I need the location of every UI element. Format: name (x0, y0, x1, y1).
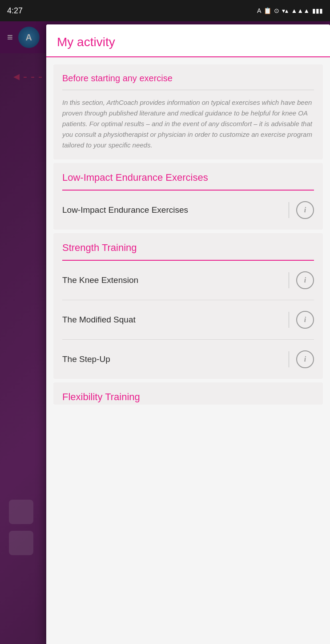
exercise-name-knee-extension: The Knee Extension (62, 275, 282, 285)
info-icon-step-up: i (304, 355, 306, 363)
intro-heading: Before starting any exercise (62, 73, 314, 90)
circle-icon: ⊙ (274, 7, 279, 14)
info-icon-knee-extension: i (304, 276, 306, 284)
category-strength: Strength Training The Knee Extension i T… (53, 233, 323, 379)
category-strength-title: Strength Training (62, 242, 314, 261)
status-time: 4:27 (7, 6, 23, 16)
modal-panel: My activity Before starting any exercise… (46, 24, 330, 644)
intro-description: In this section, ArthCoach provides info… (62, 97, 314, 151)
exercise-divider-2 (289, 272, 289, 288)
exercise-item-step-up[interactable]: The Step-Up i (62, 340, 314, 379)
exercise-item-modified-squat[interactable]: The Modified Squat i (62, 300, 314, 340)
notification-icon: A (257, 7, 261, 14)
exercise-name-modified-squat: The Modified Squat (62, 315, 282, 325)
info-button-modified-squat[interactable]: i (296, 311, 314, 329)
exercise-item-knee-extension[interactable]: The Knee Extension i (62, 261, 314, 300)
exercise-item-low-impact[interactable]: Low-Impact Endurance Exercises i (62, 191, 314, 230)
info-icon-modified-squat: i (304, 316, 306, 324)
clipboard-icon: 📋 (264, 7, 271, 14)
status-icons: A 📋 ⊙ ▾▴ ▲▲▲ ▮▮▮ (257, 7, 323, 14)
wifi-icon: ▾▴ (282, 7, 288, 14)
info-button-low-impact[interactable]: i (296, 201, 314, 219)
info-icon-low-impact: i (304, 206, 306, 214)
category-low-impact: Low-Impact Endurance Exercises Low-Impac… (53, 163, 323, 230)
exercise-divider (289, 202, 289, 218)
status-bar: 4:27 A 📋 ⊙ ▾▴ ▲▲▲ ▮▮▮ (0, 0, 330, 21)
exercise-name-step-up: The Step-Up (62, 354, 282, 364)
exercise-divider-4 (289, 351, 289, 367)
category-flexibility-title: Flexibility Training (62, 391, 314, 403)
modal-title: My activity (57, 35, 319, 56)
modal-header: My activity (46, 24, 330, 57)
battery-icon: ▮▮▮ (312, 7, 323, 14)
intro-card: Before starting any exercise In this sec… (53, 64, 323, 159)
category-low-impact-title: Low-Impact Endurance Exercises (62, 172, 314, 191)
category-flexibility: Flexibility Training (53, 382, 323, 405)
exercise-name-low-impact: Low-Impact Endurance Exercises (62, 205, 282, 215)
info-button-knee-extension[interactable]: i (296, 271, 314, 289)
modal-content[interactable]: Before starting any exercise In this sec… (46, 57, 330, 641)
exercise-divider-3 (289, 312, 289, 328)
info-button-step-up[interactable]: i (296, 350, 314, 368)
signal-icon: ▲▲▲ (291, 7, 310, 14)
